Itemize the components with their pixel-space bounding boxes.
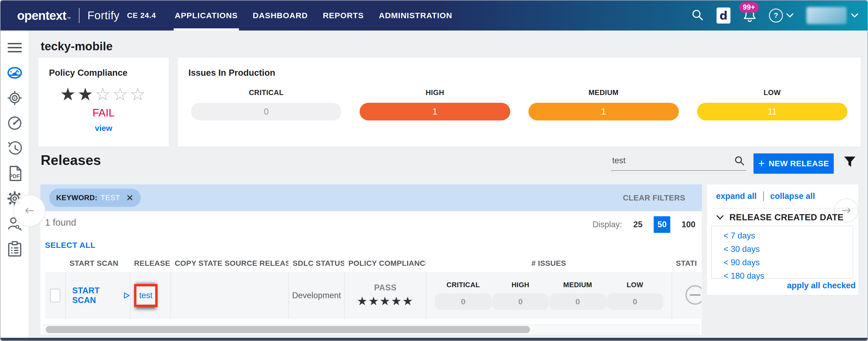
- display-label: Display:: [593, 220, 622, 229]
- severity-label: LOW: [764, 89, 781, 97]
- arrow-left-icon: [24, 207, 35, 214]
- window-bottom-bar: [1, 338, 867, 340]
- svg-text:PDF: PDF: [9, 173, 20, 179]
- active-filters-bar: KEYWORD: TEST ✕ CLEAR FILTERS: [40, 184, 702, 211]
- start-scan-button[interactable]: START SCAN: [66, 286, 130, 305]
- menu-toggle-icon[interactable]: [7, 40, 22, 55]
- severity-label: HIGH: [512, 281, 529, 289]
- low-count-pill[interactable]: 11: [697, 103, 847, 120]
- collapse-row-button[interactable]: [685, 285, 702, 306]
- severity-label: MEDIUM: [588, 89, 619, 97]
- header-release: RELEASE: [130, 259, 170, 268]
- select-all-link[interactable]: SELECT ALL: [45, 241, 95, 250]
- date-filter-options: < 7 days < 30 days < 90 days < 180 days: [711, 226, 853, 279]
- issues-critical-column: CRITICAL 0: [191, 89, 341, 120]
- policy-view-link[interactable]: view: [38, 124, 169, 133]
- display-option-50[interactable]: 50: [654, 216, 670, 233]
- table-row: START SCAN test Development PASS ★★★★★: [45, 272, 702, 319]
- row-low-count: LOW 0: [607, 281, 663, 310]
- opentext-logo: opentext™: [17, 8, 71, 23]
- filter-option-180-days[interactable]: < 180 days: [723, 271, 853, 281]
- nav-item-applications[interactable]: APPLICATIONS: [175, 1, 238, 31]
- play-icon: [124, 292, 130, 299]
- keyword-filter-chip[interactable]: KEYWORD: TEST ✕: [49, 189, 141, 207]
- filter-option-30-days[interactable]: < 30 days: [723, 244, 853, 254]
- nav-item-dashboard[interactable]: DASHBOARD: [253, 1, 308, 31]
- row-start-scan-cell: START SCAN: [65, 272, 130, 319]
- expand-all-link[interactable]: expand all: [716, 191, 757, 201]
- debricked-app-icon[interactable]: d: [717, 7, 731, 24]
- sidebar-item-gauge[interactable]: [7, 116, 22, 131]
- high-count-pill[interactable]: 0: [492, 293, 549, 310]
- sidebar-item-audit-log[interactable]: [7, 242, 22, 256]
- search-icon[interactable]: [734, 155, 745, 167]
- header-sdlc-status: SDLC STATUS: [288, 259, 344, 268]
- releases-table: START SCAN RELEASE COPY STATE SOURCE REL…: [45, 255, 702, 319]
- scrollbar-thumb[interactable]: [46, 326, 530, 333]
- release-name-link[interactable]: test: [139, 291, 153, 300]
- chip-value: TEST: [101, 194, 120, 202]
- medium-count-pill[interactable]: 0: [549, 293, 606, 310]
- filter-option-7-days[interactable]: < 7 days: [723, 231, 853, 241]
- severity-label: HIGH: [426, 89, 444, 97]
- row-critical-count: CRITICAL 0: [435, 281, 492, 310]
- display-option-25[interactable]: 25: [633, 220, 643, 229]
- nav-item-reports[interactable]: REPORTS: [323, 1, 364, 31]
- row-star-rating: ★★★★★: [357, 294, 414, 308]
- row-medium-count: MEDIUM 0: [549, 281, 606, 310]
- release-search-input[interactable]: [611, 156, 746, 171]
- row-checkbox-cell: [45, 272, 65, 319]
- filter-funnel-icon[interactable]: [843, 156, 856, 169]
- horizontal-scrollbar[interactable]: [42, 325, 700, 334]
- releases-search: [611, 156, 746, 171]
- apply-all-checked-link[interactable]: apply all checked: [787, 281, 856, 290]
- sidebar-item-pdf-report[interactable]: PDF: [7, 166, 22, 181]
- sidebar-collapse-button[interactable]: [13, 194, 45, 227]
- help-icon: ?: [769, 8, 783, 23]
- release-filters-panel: expand all collapse all RELEASE CREATED …: [707, 184, 858, 295]
- sidebar-item-history[interactable]: [7, 141, 22, 156]
- issues-medium-column: MEDIUM 1: [528, 89, 679, 120]
- logo-trademark: ™: [67, 16, 71, 21]
- help-menu[interactable]: ?: [769, 8, 794, 23]
- user-menu[interactable]: [806, 7, 858, 24]
- notifications-button[interactable]: 99+: [743, 8, 756, 23]
- row-sdlc-status-cell: Development: [288, 272, 344, 319]
- release-created-date-section[interactable]: RELEASE CREATED DATE: [716, 212, 844, 222]
- nav-item-administration[interactable]: ADMINISTRATION: [379, 1, 453, 31]
- collapse-all-link[interactable]: collapse all: [770, 191, 815, 201]
- clear-filters-button[interactable]: CLEAR FILTERS: [623, 184, 685, 211]
- link-divider: [763, 191, 764, 201]
- chip-close-icon[interactable]: ✕: [126, 193, 134, 203]
- sidebar-item-application-dashboard[interactable]: [7, 65, 22, 80]
- table-header-row: START SCAN RELEASE COPY STATE SOURCE REL…: [45, 255, 702, 272]
- header-policy-compliance: POLICY COMPLIANCE: [344, 259, 426, 268]
- filter-option-90-days[interactable]: < 90 days: [723, 258, 853, 268]
- header-issues: # ISSUES: [426, 259, 672, 268]
- low-count-pill[interactable]: 0: [607, 293, 663, 310]
- panel-divider: [712, 208, 858, 209]
- releases-heading: Releases: [41, 152, 101, 168]
- main-menu: APPLICATIONS DASHBOARD REPORTS ADMINISTR…: [175, 1, 452, 31]
- sdlc-status-value: Development: [289, 291, 344, 300]
- high-count-pill[interactable]: 1: [360, 103, 510, 120]
- issues-low-column: LOW 11: [697, 89, 847, 120]
- filter-panel-controls: expand all collapse all: [716, 191, 815, 201]
- row-checkbox[interactable]: [50, 289, 60, 302]
- product-version: CE 24.4: [127, 11, 156, 20]
- logo-divider: [79, 8, 80, 23]
- top-nav: opentext™ Fortify CE 24.4 APPLICATIONS D…: [1, 1, 867, 31]
- user-name-redacted: [806, 7, 846, 24]
- row-release-cell: test: [130, 272, 170, 319]
- new-release-button[interactable]: + NEW RELEASE: [753, 153, 834, 174]
- minus-circle-icon: [685, 285, 702, 305]
- critical-count-pill[interactable]: 0: [435, 293, 492, 310]
- medium-count-pill[interactable]: 1: [528, 103, 679, 120]
- issues-card-title: Issues In Production: [188, 68, 861, 78]
- issues-severity-row: CRITICAL 0 HIGH 1 MEDIUM 1 LOW 11: [178, 89, 861, 120]
- display-option-100[interactable]: 100: [682, 220, 695, 229]
- nav-utilities: d 99+ ?: [691, 7, 858, 24]
- sidebar-item-target-scope[interactable]: [7, 90, 22, 105]
- critical-count-pill[interactable]: 0: [191, 103, 341, 120]
- search-icon[interactable]: [691, 9, 704, 22]
